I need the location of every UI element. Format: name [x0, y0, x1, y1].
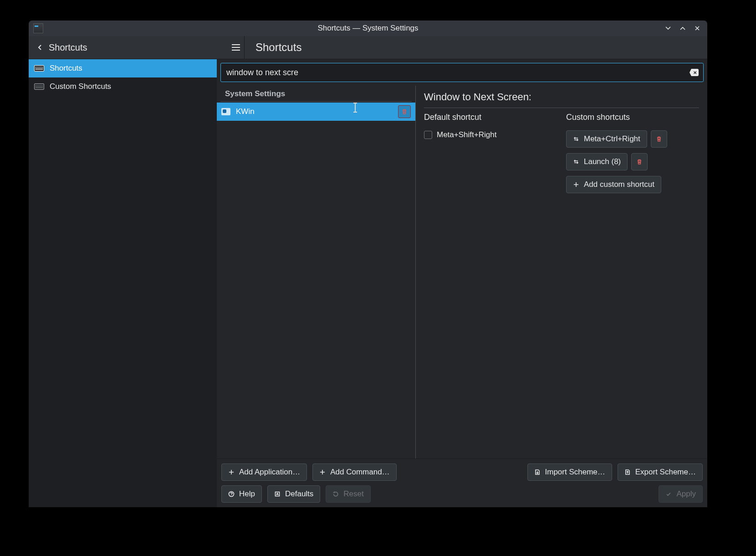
- custom-shortcut-label: Launch (8): [584, 157, 621, 166]
- default-shortcut-heading: Default shortcut: [424, 113, 557, 122]
- sidebar-item-label: Custom Shortcuts: [50, 82, 111, 91]
- add-application-button[interactable]: Add Application…: [221, 463, 307, 481]
- page-title: Shortcuts: [255, 41, 301, 54]
- body: Shortcuts Custom Shortcuts System Settin…: [29, 59, 707, 507]
- breadcrumb[interactable]: Shortcuts: [49, 42, 87, 53]
- hamburger-menu-button[interactable]: [228, 39, 244, 56]
- main-panel: System Settings KWin Window to Next Scre…: [217, 59, 707, 507]
- custom-shortcuts-heading: Custom shortcuts: [566, 113, 699, 122]
- titlebar: Shortcuts — System Settings: [29, 21, 707, 36]
- default-shortcut-value: Meta+Shift+Right: [437, 130, 496, 139]
- clear-search-button[interactable]: [690, 69, 699, 76]
- maximize-button[interactable]: [679, 25, 686, 32]
- footer: Add Application… Add Command… Import Sch…: [217, 458, 707, 507]
- custom-shortcut-button[interactable]: Meta+Ctrl+Right: [566, 130, 647, 148]
- button-label: Import Scheme…: [545, 468, 605, 477]
- delete-custom-shortcut-button[interactable]: [651, 130, 667, 148]
- button-label: Export Scheme…: [635, 468, 696, 477]
- kwin-icon: [221, 108, 230, 115]
- export-scheme-button[interactable]: Export Scheme…: [618, 463, 703, 481]
- custom-shortcut-label: Meta+Ctrl+Right: [584, 134, 640, 144]
- sidebar-item-custom-shortcuts[interactable]: Custom Shortcuts: [29, 77, 217, 96]
- search-input[interactable]: [225, 67, 690, 78]
- category-item-kwin[interactable]: KWin: [217, 103, 415, 121]
- custom-shortcuts-column: Custom shortcuts Meta+Ctrl+Right: [566, 113, 699, 193]
- default-shortcut-checkbox[interactable]: [424, 131, 432, 139]
- keyboard-icon: [34, 83, 44, 90]
- close-button[interactable]: [694, 25, 701, 32]
- defaults-button[interactable]: Defaults: [267, 485, 320, 503]
- settings-window: Shortcuts — System Settings Shortcuts Sh…: [29, 21, 707, 507]
- import-scheme-button[interactable]: Import Scheme…: [527, 463, 612, 481]
- button-label: Add Command…: [330, 468, 389, 477]
- sidebar-item-shortcuts[interactable]: Shortcuts: [29, 59, 217, 77]
- header: Shortcuts Shortcuts: [29, 36, 707, 59]
- header-divider: [244, 36, 245, 59]
- category-item-label: KWin: [236, 107, 255, 116]
- detail-title: Window to Next Screen:: [424, 91, 699, 103]
- button-label: Add Application…: [239, 468, 300, 477]
- category-column: System Settings KWin: [217, 86, 416, 458]
- minimize-button[interactable]: [664, 25, 672, 32]
- delete-category-button[interactable]: [398, 105, 411, 118]
- button-label: Reset: [343, 489, 363, 499]
- back-button[interactable]: [34, 41, 46, 53]
- delete-custom-shortcut-button[interactable]: [631, 153, 648, 170]
- button-label: Apply: [676, 489, 696, 499]
- add-custom-shortcut-button[interactable]: Add custom shortcut: [566, 176, 661, 193]
- help-button[interactable]: Help: [221, 485, 262, 503]
- window-title: Shortcuts — System Settings: [29, 24, 707, 33]
- add-custom-shortcut-label: Add custom shortcut: [584, 180, 654, 189]
- search-box: [220, 63, 704, 82]
- button-label: Help: [239, 489, 255, 499]
- svg-point-1: [231, 495, 232, 496]
- app-icon: [33, 23, 43, 33]
- keyboard-icon: [34, 65, 44, 72]
- default-shortcut-column: Default shortcut Meta+Shift+Right: [424, 113, 557, 193]
- sidebar-item-label: Shortcuts: [50, 64, 82, 73]
- custom-shortcut-button[interactable]: Launch (8): [566, 153, 628, 170]
- category-section-header: System Settings: [220, 86, 412, 102]
- sidebar: Shortcuts Custom Shortcuts: [29, 59, 217, 507]
- add-command-button[interactable]: Add Command…: [312, 463, 396, 481]
- detail-panel: Window to Next Screen: Default shortcut …: [416, 86, 707, 458]
- apply-button: Apply: [659, 485, 703, 503]
- button-label: Defaults: [285, 489, 313, 499]
- reset-button: Reset: [326, 485, 370, 503]
